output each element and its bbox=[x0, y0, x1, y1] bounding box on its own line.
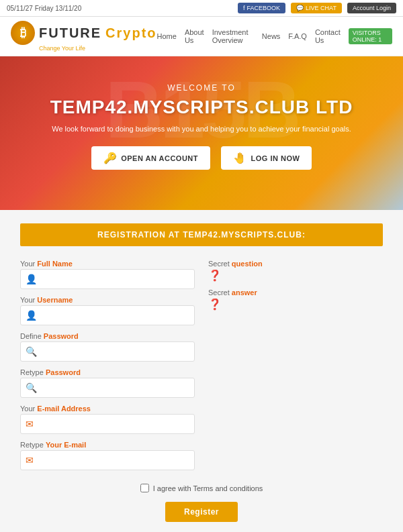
secret-answer-input-wrap: ❓ bbox=[208, 298, 383, 311]
retype-email-label: Retype Your E-mail bbox=[20, 441, 195, 449]
fullname-label-highlight: Full Name bbox=[37, 260, 73, 268]
livechat-label: LIVE CHAT bbox=[306, 5, 337, 11]
nav-home[interactable]: Home bbox=[157, 32, 177, 40]
open-account-label: OPEN AN ACCOUNT bbox=[121, 154, 198, 162]
navbar: ₿ FUTURE Crypto Change Your Life Home Ab… bbox=[0, 17, 403, 56]
account-login-button[interactable]: Account Login bbox=[347, 3, 396, 13]
help-answer-icon[interactable]: ❓ bbox=[208, 299, 222, 310]
hero-buttons: 🔑 OPEN AN ACCOUNT 🤚 LOG IN NOW bbox=[13, 146, 390, 170]
nav-links: Home About Us Investment Overview News F… bbox=[157, 28, 392, 44]
bitcoin-icon: ₿ bbox=[20, 26, 26, 40]
retype-password-icon: 🔍 bbox=[26, 382, 37, 393]
retype-password-field-group: Retype Password 🔍 bbox=[20, 368, 195, 398]
hero-section: B15B WELCOME TO TEMP42.MYSCRIPTS.CLUB LT… bbox=[0, 56, 403, 210]
key-icon: 🔑 bbox=[103, 152, 118, 164]
terms-checkbox[interactable] bbox=[140, 484, 149, 492]
account-login-label: Account Login bbox=[353, 5, 391, 11]
hero-welcome: WELCOME TO bbox=[13, 83, 390, 93]
password-field-group: Define Password 🔍 bbox=[20, 332, 195, 362]
email-label: Your E-mail Address bbox=[20, 405, 195, 413]
password-icon: 🔍 bbox=[26, 346, 37, 357]
password-input[interactable] bbox=[20, 341, 195, 362]
secret-answer-label: Secret answer bbox=[208, 288, 383, 297]
email-icon: ✉ bbox=[26, 419, 34, 429]
username-input-wrap: 👤 bbox=[20, 305, 195, 325]
logo-icon: ₿ bbox=[11, 21, 35, 45]
datetime: 05/11/27 Friday 13/11/20 bbox=[7, 5, 81, 12]
facebook-button[interactable]: f FACEBOOK bbox=[238, 3, 285, 13]
password-label-highlight: Password bbox=[44, 332, 79, 340]
retype-email-label-highlight: Your E-mail bbox=[46, 441, 86, 449]
open-account-button[interactable]: 🔑 OPEN AN ACCOUNT bbox=[91, 146, 210, 170]
nav-investment[interactable]: Investment Overview bbox=[212, 28, 254, 44]
password-label: Define Password bbox=[20, 332, 195, 340]
nav-faq[interactable]: F.A.Q bbox=[288, 32, 307, 40]
retype-email-icon: ✉ bbox=[26, 455, 34, 466]
secret-question-input-wrap: ❓ bbox=[208, 269, 383, 282]
retype-email-input[interactable] bbox=[20, 450, 195, 470]
help-question-icon[interactable]: ❓ bbox=[208, 270, 222, 281]
logo-tagline: Change Your Life bbox=[39, 45, 157, 52]
secret-question-field-group: Secret question ❓ bbox=[208, 260, 383, 282]
logo-crypto: Crypto bbox=[105, 25, 156, 41]
retype-email-input-wrap: ✉ bbox=[20, 450, 195, 470]
facebook-label: FACEBOOK bbox=[247, 5, 281, 11]
login-label: LOG IN NOW bbox=[251, 154, 300, 162]
register-button[interactable]: Register bbox=[165, 502, 238, 522]
registration-section: REGISTRATION AT TEMP42.MYSCRIPTS.CLUB: Y… bbox=[0, 210, 403, 532]
secret-question-label-highlight: question bbox=[232, 260, 263, 268]
retype-password-input[interactable] bbox=[20, 378, 195, 398]
form-bottom: I agree with Terms and conditions Regist… bbox=[20, 484, 383, 522]
secret-answer-field-group: Secret answer ❓ bbox=[208, 288, 383, 311]
form-right-column: Secret question ❓ Secret answer ❓ bbox=[208, 260, 383, 470]
email-label-highlight: E-mail Address bbox=[37, 405, 91, 413]
nav-contact[interactable]: Contact Us bbox=[315, 28, 341, 44]
hand-icon: 🤚 bbox=[233, 152, 247, 164]
form-left-column: Your Full Name 👤 Your Username 👤 D bbox=[20, 260, 195, 470]
terms-row: I agree with Terms and conditions bbox=[20, 484, 383, 492]
livechat-button[interactable]: 💬 LIVE CHAT bbox=[291, 3, 342, 13]
topbar-right: f FACEBOOK 💬 LIVE CHAT Account Login bbox=[238, 3, 396, 13]
username-input[interactable] bbox=[20, 305, 195, 325]
nav-about[interactable]: About Us bbox=[185, 28, 204, 44]
registration-form: Your Full Name 👤 Your Username 👤 D bbox=[20, 260, 383, 470]
terms-label: I agree with Terms and conditions bbox=[153, 484, 263, 492]
logo-future: FUTURE bbox=[39, 25, 101, 41]
retype-email-field-group: Retype Your E-mail ✉ bbox=[20, 441, 195, 470]
hero-title: TEMP42.MYSCRIPTS.CLUB LTD bbox=[13, 97, 390, 118]
fullname-input-wrap: 👤 bbox=[20, 269, 195, 289]
username-label-highlight: Username bbox=[37, 296, 73, 304]
email-field-group: Your E-mail Address ✉ bbox=[20, 405, 195, 434]
username-field-group: Your Username 👤 bbox=[20, 296, 195, 325]
username-label: Your Username bbox=[20, 296, 195, 304]
registration-header: REGISTRATION AT TEMP42.MYSCRIPTS.CLUB: bbox=[20, 223, 383, 246]
fullname-input[interactable] bbox=[20, 269, 195, 289]
facebook-icon: f bbox=[243, 5, 245, 11]
fullname-label: Your Full Name bbox=[20, 260, 195, 268]
login-button[interactable]: 🤚 LOG IN NOW bbox=[221, 146, 312, 170]
topbar-left: 05/11/27 Friday 13/11/20 bbox=[7, 5, 81, 12]
fullname-field-group: Your Full Name 👤 bbox=[20, 260, 195, 289]
retype-password-label: Retype Password bbox=[20, 368, 195, 376]
email-input[interactable] bbox=[20, 414, 195, 434]
visitors-badge: VISITORS ONLINE: 1 bbox=[349, 28, 392, 44]
logo: ₿ FUTURE Crypto Change Your Life bbox=[11, 21, 157, 52]
retype-password-label-highlight: Password bbox=[46, 368, 81, 376]
username-icon: 👤 bbox=[26, 310, 37, 321]
password-input-wrap: 🔍 bbox=[20, 341, 195, 362]
nav-news[interactable]: News bbox=[262, 32, 281, 40]
chat-icon: 💬 bbox=[296, 5, 304, 11]
secret-question-label: Secret question bbox=[208, 260, 383, 268]
top-bar: 05/11/27 Friday 13/11/20 f FACEBOOK 💬 LI… bbox=[0, 0, 403, 17]
user-icon: 👤 bbox=[26, 274, 37, 284]
secret-answer-label-highlight: answer bbox=[232, 288, 257, 297]
email-input-wrap: ✉ bbox=[20, 414, 195, 434]
hero-subtitle: We look forward to doing business with y… bbox=[13, 125, 390, 133]
retype-password-input-wrap: 🔍 bbox=[20, 378, 195, 398]
